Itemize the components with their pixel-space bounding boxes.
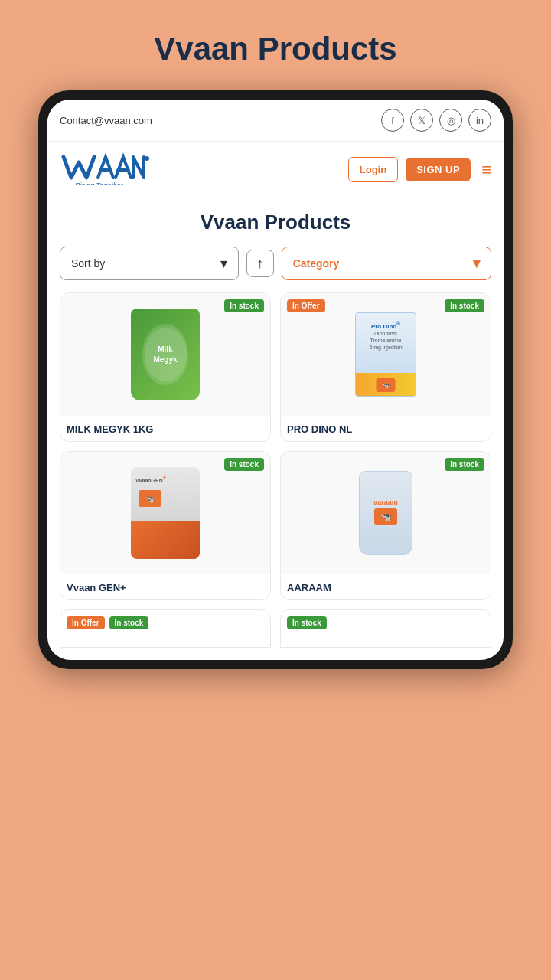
product-image-aaraam: aaraam 🐄 In stock [281, 452, 491, 574]
product-card-bottom-2[interactable]: In stock [280, 609, 491, 648]
nav-bar: Rising Together Login SIGN UP ≡ [47, 142, 504, 198]
twitter-icon[interactable]: 𝕏 [410, 109, 433, 132]
product-card-vvaan-gen[interactable]: VvaanGEN+ 🐄 In stock Vvaan GEN+ [60, 451, 271, 600]
in-stock-badge-1: In stock [224, 299, 264, 312]
sort-by-button[interactable]: Sort by ▾ [60, 247, 239, 280]
milk-megyk-image: MilkMegyk [131, 309, 200, 400]
vvaan-gen-image: VvaanGEN+ 🐄 [131, 467, 200, 559]
sort-order-toggle[interactable]: ↑ [246, 250, 274, 277]
in-stock-badge-bottom-2: In stock [287, 616, 327, 629]
in-stock-badge-bottom-1: In stock [109, 616, 149, 629]
product-grid: MilkMegyk In stock MILK MEGYK 1KG Pro Di… [60, 292, 491, 600]
product-image-milk-megyk: MilkMegyk In stock [60, 293, 270, 416]
in-offer-badge-bottom-1: In Offer [67, 616, 105, 629]
phone-screen: Contact@vvaan.com f 𝕏 ◎ in [47, 100, 504, 660]
svg-text:Rising Together: Rising Together [75, 181, 124, 185]
product-image-vvaan-gen: VvaanGEN+ 🐄 In stock [60, 452, 270, 574]
signup-button[interactable]: SIGN UP [406, 158, 471, 181]
product-card-bottom-1[interactable]: In Offer In stock [60, 609, 271, 648]
product-name-pro-dino: PRO DINO NL [281, 416, 491, 441]
hamburger-icon[interactable]: ≡ [481, 160, 491, 180]
product-card-pro-dino[interactable]: Pro Dino® DinoprostTrometamine5 mg injec… [280, 292, 491, 442]
top-bar: Contact@vvaan.com f 𝕏 ◎ in [47, 100, 504, 142]
facebook-icon[interactable]: f [381, 109, 404, 132]
category-label: Category [293, 257, 340, 270]
login-button[interactable]: Login [348, 157, 398, 182]
vvaan-logo: Rising Together [60, 151, 152, 185]
sort-chevron-icon: ▾ [220, 255, 227, 272]
product-image-pro-dino: Pro Dino® DinoprostTrometamine5 mg injec… [281, 293, 491, 416]
product-card-milk-megyk[interactable]: MilkMegyk In stock MILK MEGYK 1KG [60, 292, 271, 442]
svg-point-0 [145, 156, 149, 161]
filter-bar: Sort by ▾ ↑ Category ▾ [60, 247, 491, 280]
social-icons-group: f 𝕏 ◎ in [381, 109, 491, 132]
product-name-aaraam: AARAAM [281, 574, 491, 599]
phone-frame: Contact@vvaan.com f 𝕏 ◎ in [38, 90, 513, 669]
category-chevron-icon: ▾ [473, 255, 480, 272]
in-stock-badge-4: In stock [445, 458, 484, 471]
logo-area: Rising Together [60, 151, 341, 188]
products-section: Vvaan Products Sort by ▾ ↑ Category ▾ [47, 198, 504, 660]
product-row-bottom: In Offer In stock In stock [60, 609, 491, 648]
category-button[interactable]: Category ▾ [282, 247, 491, 280]
milk-megyk-image-label: MilkMegyk [153, 345, 177, 364]
in-stock-badge-2: In stock [445, 299, 484, 312]
sort-by-label: Sort by [71, 257, 105, 270]
in-stock-badge-3: In stock [224, 458, 264, 471]
product-name-milk-megyk: MILK MEGYK 1KG [60, 416, 270, 441]
aaraam-image: aaraam 🐄 [359, 471, 412, 555]
in-offer-badge-2: In Offer [287, 299, 325, 312]
up-arrow-icon: ↑ [256, 256, 263, 272]
instagram-icon[interactable]: ◎ [439, 109, 462, 132]
product-name-vvaan-gen: Vvaan GEN+ [60, 574, 270, 599]
product-card-aaraam[interactable]: aaraam 🐄 In stock AARAAM [280, 451, 491, 600]
pro-dino-image: Pro Dino® DinoprostTrometamine5 mg injec… [355, 312, 416, 397]
contact-email: Contact@vvaan.com [60, 115, 152, 126]
products-heading: Vvaan Products [60, 211, 491, 234]
page-title: Vvaan Products [154, 31, 396, 67]
linkedin-icon[interactable]: in [468, 109, 491, 132]
